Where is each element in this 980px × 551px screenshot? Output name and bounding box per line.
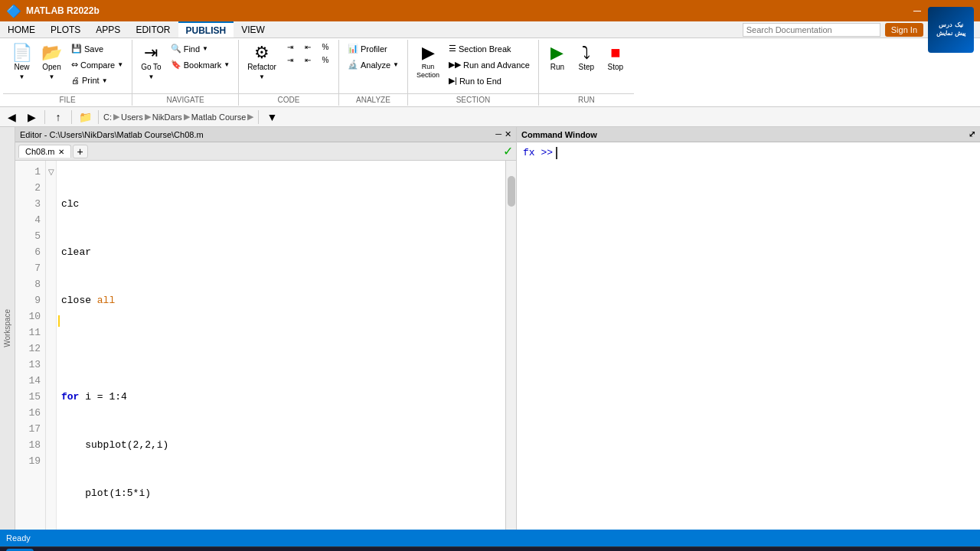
new-dropdown-icon: ▼ xyxy=(19,73,25,80)
run-to-end-icon: ▶| xyxy=(449,76,457,86)
navigate-group-label: NAVIGATE xyxy=(132,93,238,104)
cmd-expand-icon[interactable]: ⤢ xyxy=(969,129,975,139)
line-num-18: 18 xyxy=(15,437,45,453)
line-num-4: 4 xyxy=(15,212,45,228)
run-button[interactable]: ▶ Run xyxy=(544,41,571,75)
back-button[interactable]: ◀ xyxy=(3,109,20,126)
code-line-1: clc xyxy=(61,196,501,212)
analyze-button[interactable]: 🔬 Analyze ▼ xyxy=(344,57,403,72)
menu-home[interactable]: HOME xyxy=(0,21,43,37)
cmd-prompt: fx >> xyxy=(523,147,553,158)
save-icon: 💾 xyxy=(71,44,82,54)
code-group: ⚙ Refactor ▼ ⇥ ⇤ % ⇥ ⇤ % xyxy=(239,40,339,106)
start-button[interactable]: ⊞ xyxy=(6,549,34,552)
menu-publish[interactable]: PUBLISH xyxy=(178,21,234,37)
editor-title: Editor - C:\Users\NikDars\Matlab Course\… xyxy=(20,130,204,139)
line-num-3: 3 xyxy=(15,196,45,212)
minimize-editor-icon[interactable]: ─ xyxy=(495,129,501,139)
line-num-11: 11 xyxy=(15,324,45,341)
code-editor[interactable]: clc clear close all for i = 1:4 subplot(… xyxy=(57,161,505,530)
step-button[interactable]: ⤵ Step xyxy=(573,41,600,75)
stop-button[interactable]: ■ Stop xyxy=(602,41,629,75)
indent-more2-button[interactable]: ⇥ xyxy=(282,54,299,66)
step-icon: ⤵ xyxy=(582,44,590,61)
print-button[interactable]: 🖨 Print ▼ xyxy=(67,73,127,87)
save-button[interactable]: 💾 Save xyxy=(67,41,127,56)
dropdown-button[interactable]: ▼ xyxy=(263,109,280,126)
editor-title-bar: Editor - C:\Users\NikDars\Matlab Course\… xyxy=(15,127,516,142)
taskbar: ⊞ 🔷 xyxy=(0,546,980,551)
code-clear: clear xyxy=(61,244,91,260)
new-button[interactable]: 📄 New ▼ xyxy=(8,41,36,83)
line-num-6: 6 xyxy=(15,244,45,260)
refactor-button[interactable]: ⚙ Refactor ▼ xyxy=(243,41,280,83)
compare-icon: ⇔ xyxy=(71,60,78,70)
run-section-button[interactable]: ▶ RunSection xyxy=(413,41,443,83)
add-tab-button[interactable]: + xyxy=(73,145,88,158)
new-icon: 📄 xyxy=(11,44,32,61)
line-num-13: 13 xyxy=(15,357,45,373)
code-group-label: CODE xyxy=(239,93,338,104)
bookmark-button[interactable]: 🔖 Bookmark ▼ xyxy=(167,57,234,72)
code-close: close all xyxy=(61,292,115,308)
breadcrumb-users[interactable]: Users xyxy=(121,112,143,122)
taskbar-matlab[interactable]: 🔷 xyxy=(37,549,67,552)
compare-button[interactable]: ⇔ Compare ▼ xyxy=(67,57,127,72)
breadcrumb-c[interactable]: C: xyxy=(103,112,112,122)
tab-close-icon[interactable]: ✕ xyxy=(58,148,64,156)
toolbar-sep-4 xyxy=(258,110,259,124)
indent-less-button[interactable]: ⇤ xyxy=(299,41,316,53)
folder-icon[interactable]: 📁 xyxy=(77,109,93,126)
open-button[interactable]: 📂 Open ▼ xyxy=(38,41,66,83)
run-advance-button[interactable]: ▶▶ Run and Advance xyxy=(445,57,534,72)
cmd-cursor xyxy=(556,147,557,159)
line-num-17: 17 xyxy=(15,421,45,437)
workspace-panel: Workspace xyxy=(0,127,15,530)
file-group-label: FILE xyxy=(3,93,132,104)
uncomment-icon: % xyxy=(322,56,328,64)
close-editor-icon[interactable]: ✕ xyxy=(505,129,511,139)
comment-button[interactable]: % xyxy=(317,41,334,53)
scrollbar-thumb[interactable] xyxy=(508,176,515,207)
run-to-end-button[interactable]: ▶| Run to End xyxy=(445,73,534,88)
find-button[interactable]: 🔍 Find ▼ xyxy=(167,41,234,56)
save-col: 💾 Save ⇔ Compare ▼ 🖨 Print ▼ xyxy=(67,41,127,98)
line-num-16: 16 xyxy=(15,405,45,421)
command-window-panel: Command Window ⤢ fx >> xyxy=(517,127,980,530)
refactor-dropdown: ▼ xyxy=(259,73,265,80)
up-button[interactable]: ↑ xyxy=(50,109,67,126)
breadcrumb: C: ▶ Users ▶ NikDars ▶ Matlab Course ▶ xyxy=(103,112,253,122)
editor-tab-ch08[interactable]: Ch08.m ✕ xyxy=(18,145,71,158)
line-num-2: 2 xyxy=(15,180,45,196)
breadcrumb-matlab[interactable]: Matlab Course xyxy=(191,112,247,122)
menu-plots[interactable]: PLOTS xyxy=(43,21,88,37)
analyze-group-label: ANALYZE xyxy=(339,93,407,104)
search-input[interactable] xyxy=(743,23,880,37)
vertical-scrollbar[interactable] xyxy=(505,161,516,530)
print-icon: 🖨 xyxy=(71,76,80,85)
command-window-content[interactable]: fx >> xyxy=(517,142,980,530)
line-num-9: 9 xyxy=(15,292,45,308)
breadcrumb-nikdars[interactable]: NikDars xyxy=(152,112,182,122)
goto-button[interactable]: ⇥ Go To ▼ xyxy=(137,41,165,83)
sep1: ▶ xyxy=(113,112,119,122)
code-line-4 xyxy=(61,341,501,357)
forward-button[interactable]: ▶ xyxy=(23,109,40,126)
sign-in-button[interactable]: Sign In xyxy=(885,23,923,37)
indent-less2-button[interactable]: ⇤ xyxy=(299,54,316,66)
menu-apps[interactable]: APPS xyxy=(88,21,128,37)
refactor-icon: ⚙ xyxy=(254,44,270,61)
indent-more-button[interactable]: ⇥ xyxy=(282,41,299,53)
uncomment-button[interactable]: % xyxy=(317,54,334,66)
toolbar-sep-3 xyxy=(98,110,99,124)
menu-view[interactable]: VIEW xyxy=(234,21,273,37)
menu-editor[interactable]: EDITOR xyxy=(128,21,178,37)
sep3: ▶ xyxy=(184,112,190,122)
title-bar-left: 🔷 MATLAB R2022b xyxy=(6,4,100,18)
section-break-button[interactable]: ☰ Section Break xyxy=(445,41,534,56)
fold-5[interactable]: ▽ xyxy=(46,164,56,180)
profiler-button[interactable]: 📊 Profiler xyxy=(344,41,403,56)
goto-dropdown: ▼ xyxy=(148,73,154,80)
status-ready: Ready xyxy=(6,533,31,543)
toolbar-sep-1 xyxy=(44,110,45,124)
